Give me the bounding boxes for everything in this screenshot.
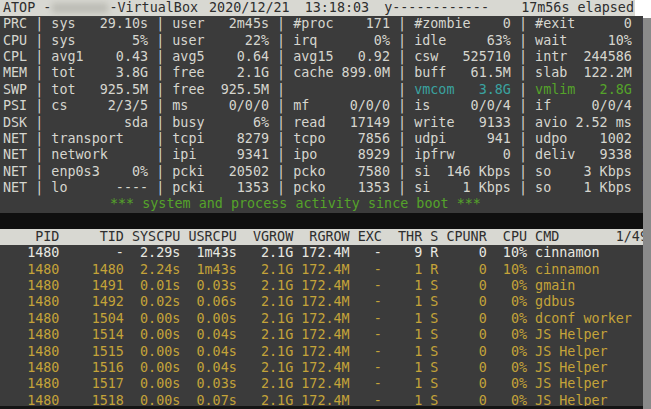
sys-line-cpl: CPL | avg1 0.43 | avg5 0.64 | avg15 0.92… [0,49,651,65]
redacted-hostname [52,3,108,13]
since-boot-separator: *** system and process activity since bo… [0,196,651,212]
text-segment: 1480 1517 0.00s 0.03s 2.1G 172.4M - 1 S … [3,376,608,391]
text-segment: PID TID SYSCPU USRCPU VGROW RGROW EXC TH… [3,229,648,244]
sys-line-mem: MEM | tot 3.8G | free 2.1G | cache 899.0… [0,65,651,81]
atop-label: ATOP - [3,0,51,16]
process-row: 1480 - 2.29s 1m43s 2.1G 172.4M - 9 R 0 1… [0,245,651,261]
green-text-segment: vmlim 2.8G [535,82,632,97]
text-segment: 1480 1491 0.01s 0.03s 2.1G 172.4M - 1 S … [3,278,575,293]
process-row: 1480 1517 0.00s 0.03s 2.1G 172.4M - 1 S … [0,376,651,392]
process-row: 1480 1492 0.02s 0.06s 2.1G 172.4M - 1 S … [0,294,651,310]
text-segment: 1480 1514 0.00s 0.04s 2.1G 172.4M - 1 S … [3,327,608,342]
atop-terminal-window[interactable]: ATOP --VirtualBox2020/12/2113:18:03y----… [0,0,651,409]
system-stats-block: PRC | sys 29.10s | user 2m45s | #proc 17… [0,16,651,196]
clock-time: 13:18:03 [305,0,370,16]
text-segment: NET | transport | tcpi 8279 | tcpo 7856 … [3,131,648,146]
hostname: -VirtualBox [109,0,198,16]
blank-line [0,213,651,229]
sys-line-swp: SWP | tot 925.5M | free 925.5M | | vmcom… [0,82,651,98]
process-row: 1480 1504 0.00s 0.00s 2.1G 172.4M - 1 S … [0,311,651,327]
sys-line-dsk: DSK | sda | busy 6% | read 17149 | write… [0,115,651,131]
process-row: 1480 1515 0.00s 0.04s 2.1G 172.4M - 1 S … [0,344,651,360]
text-segment: | [511,82,535,97]
text-segment: NET | enp0s3 0% | pcki 20502 | pcko 7580… [3,164,648,179]
sys-line-prc: PRC | sys 29.10s | user 2m45s | #proc 17… [0,16,651,32]
text-segment: DSK | sda | busy 6% | read 17149 | write… [3,115,648,130]
text-segment: CPU | sys 5% | user 22% | irq 0% | idle … [3,33,648,48]
text-segment: NET | lo ---- | pcki 1353 | pcko 1353 | … [3,180,648,195]
text-segment: 1480 1504 0.00s 0.00s 2.1G 172.4M - 1 S … [3,311,632,326]
text-segment: NET | network | ipi 9341 | ipo 8929 | ip… [3,147,648,162]
atop-title-bar: ATOP --VirtualBox2020/12/2113:18:03y----… [0,0,651,16]
process-row: 1480 1514 0.00s 0.04s 2.1G 172.4M - 1 S … [0,327,651,343]
text-segment: PRC | sys 29.10s | user 2m45s | #proc 17… [3,16,648,31]
text-segment: 1480 1492 0.02s 0.06s 2.1G 172.4M - 1 S … [3,294,575,309]
process-row: 1480 1480 2.24s 1m43s 2.1G 172.4M - 1 R … [0,262,651,278]
text-segment: 1480 1516 0.00s 0.04s 2.1G 172.4M - 1 S … [3,360,608,375]
sys-line-psi: PSI | cs 2/3/5 | ms 0/0/0 | mf 0/0/0 | i… [0,98,651,114]
text-segment: PSI | cs 2/3/5 | ms 0/0/0 | mf 0/0/0 | i… [3,98,648,113]
sys-line-cpu: CPU | sys 5% | user 22% | irq 0% | idle … [0,33,651,49]
view-flags: y------------ [384,0,489,16]
sys-line-net: NET | transport | tcpi 8279 | tcpo 7856 … [0,131,651,147]
cyan-text-segment: vmcom 3.8G [414,82,511,97]
process-table-block: PID TID SYSCPU USRCPU VGROW RGROW EXC TH… [0,229,651,409]
text-segment: 1480 1515 0.00s 0.04s 2.1G 172.4M - 1 S … [3,344,608,359]
sys-line-net: NET | enp0s3 0% | pcki 20502 | pcko 7580… [0,164,651,180]
sys-line-net: NET | network | ipi 9341 | ipo 8929 | ip… [0,147,651,163]
title-left: ATOP --VirtualBox2020/12/2113:18:03y----… [3,0,489,16]
process-table-header: PID TID SYSCPU USRCPU VGROW RGROW EXC TH… [0,229,651,245]
text-segment: 1480 - 2.29s 1m43s 2.1G 172.4M - 9 R 0 1… [3,245,600,260]
scrollbar-track[interactable] [643,0,651,409]
date: 2020/12/21 [209,0,290,16]
process-row: 1480 1516 0.00s 0.04s 2.1G 172.4M - 1 S … [0,360,651,376]
text-segment: 1480 1480 2.24s 1m43s 2.1G 172.4M - 1 R … [3,262,600,277]
text-segment: SWP | tot 925.5M | free 925.5M | | [3,82,414,97]
process-row: 1480 1491 0.01s 0.03s 2.1G 172.4M - 1 S … [0,278,651,294]
terminal-cursor [635,0,651,16]
text-segment: MEM | tot 3.8G | free 2.1G | cache 899.0… [3,65,648,80]
sys-line-net: NET | lo ---- | pcki 1353 | pcko 1353 | … [0,180,651,196]
elapsed-time: 17m56s elapsed [521,0,634,16]
text-segment: CPL | avg1 0.43 | avg5 0.64 | avg15 0.92… [3,49,648,64]
